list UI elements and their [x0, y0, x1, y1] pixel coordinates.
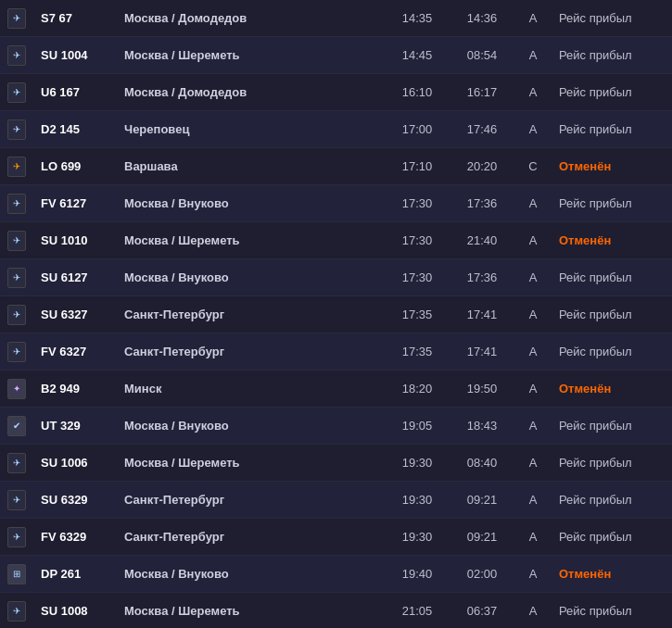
airline-logo: ✈ — [7, 342, 26, 362]
destination: Москва / Внуково — [117, 259, 385, 295]
destination: Москва / Внуково — [117, 408, 385, 444]
destination: Москва / Шереметь — [117, 445, 385, 481]
destination: Санкт-Петербург — [117, 333, 385, 370]
status: Рейс прибыл — [552, 519, 672, 555]
flight-number: SU 1010 — [33, 222, 117, 258]
terminal: A — [514, 185, 552, 221]
status: Рейс прибыл — [552, 296, 672, 333]
terminal: A — [514, 296, 552, 333]
flight-number: SU 1008 — [33, 593, 117, 628]
airline-icon: ✈ — [0, 185, 33, 221]
table-row[interactable]: ✈ SU 1006 Москва / Шереметь 19:30 08:40 … — [0, 445, 672, 482]
airline-logo: ✈ — [7, 231, 26, 251]
flight-number: S7 67 — [33, 0, 117, 36]
airline-logo: ⊞ — [7, 564, 26, 584]
airline-icon: ✈ — [0, 148, 33, 184]
actual-time: 08:54 — [450, 37, 514, 73]
table-row[interactable]: ⊞ DP 261 Москва / Внуково 19:40 02:00 A … — [0, 556, 672, 593]
actual-time: 17:36 — [450, 259, 514, 295]
destination: Москва / Шереметь — [117, 222, 385, 258]
airline-logo: ✈ — [7, 45, 26, 66]
terminal: A — [514, 519, 552, 555]
table-row[interactable]: ✈ SU 1010 Москва / Шереметь 17:30 21:40 … — [0, 222, 672, 259]
table-row[interactable]: ✔ UT 329 Москва / Внуково 19:05 18:43 A … — [0, 408, 672, 445]
destination: Москва / Шереметь — [117, 593, 385, 628]
actual-time: 08:40 — [450, 445, 514, 481]
airline-logo: ✈ — [7, 119, 26, 140]
airline-icon: ⊞ — [0, 556, 33, 592]
scheduled-time: 17:10 — [385, 148, 450, 184]
scheduled-time: 17:35 — [385, 296, 450, 333]
table-row[interactable]: ✈ SU 6127 Москва / Внуково 17:30 17:36 A… — [0, 259, 672, 296]
airline-icon: ✈ — [0, 519, 33, 555]
actual-time: 17:41 — [450, 333, 514, 370]
table-row[interactable]: ✈ SU 1008 Москва / Шереметь 21:05 06:37 … — [0, 593, 672, 628]
terminal: A — [514, 74, 552, 110]
scheduled-time: 18:20 — [385, 371, 450, 407]
status: Рейс прибыл — [552, 74, 672, 110]
terminal: A — [514, 222, 552, 258]
airline-icon: ✈ — [0, 445, 33, 481]
table-row[interactable]: ✈ SU 1004 Москва / Шереметь 14:45 08:54 … — [0, 37, 672, 74]
destination: Москва / Шереметь — [117, 37, 385, 73]
actual-time: 09:21 — [450, 519, 514, 555]
scheduled-time: 14:45 — [385, 37, 450, 73]
actual-time: 06:37 — [450, 593, 514, 628]
airline-icon: ✈ — [0, 74, 33, 110]
table-row[interactable]: ✈ SU 6327 Санкт-Петербург 17:35 17:41 A … — [0, 296, 672, 333]
table-row[interactable]: ✈ U6 167 Москва / Домодедов 16:10 16:17 … — [0, 74, 672, 111]
scheduled-time: 19:30 — [385, 519, 450, 555]
airline-icon: ✈ — [0, 333, 33, 370]
destination: Череповец — [117, 111, 385, 147]
terminal: A — [514, 111, 552, 147]
destination: Санкт-Петербург — [117, 296, 385, 333]
airline-icon: ✈ — [0, 593, 33, 628]
status: Отменён — [552, 556, 672, 592]
table-row[interactable]: ✈ D2 145 Череповец 17:00 17:46 A Рейс пр… — [0, 111, 672, 148]
airline-icon: ✈ — [0, 296, 33, 333]
flight-number: SU 6327 — [33, 296, 117, 333]
terminal: A — [514, 482, 552, 518]
scheduled-time: 19:30 — [385, 482, 450, 518]
actual-time: 20:20 — [450, 148, 514, 184]
scheduled-time: 17:30 — [385, 259, 450, 295]
status: Рейс прибыл — [552, 259, 672, 295]
actual-time: 19:50 — [450, 371, 514, 407]
destination: Варшава — [117, 148, 385, 184]
terminal: A — [514, 556, 552, 592]
table-row[interactable]: ✈ LO 699 Варшава 17:10 20:20 C Отменён — [0, 148, 672, 185]
flight-number: LO 699 — [33, 148, 117, 184]
airline-logo: ✦ — [7, 379, 26, 399]
flight-number: DP 261 — [33, 556, 117, 592]
actual-time: 09:21 — [450, 482, 514, 518]
scheduled-time: 16:10 — [385, 74, 450, 110]
status: Рейс прибыл — [552, 482, 672, 518]
scheduled-time: 17:00 — [385, 111, 450, 147]
actual-time: 18:43 — [450, 408, 514, 444]
terminal: A — [514, 0, 552, 36]
airline-icon: ✈ — [0, 111, 33, 147]
destination: Минск — [117, 371, 385, 407]
flight-number: SU 1006 — [33, 445, 117, 481]
table-row[interactable]: ✈ FV 6127 Москва / Внуково 17:30 17:36 A… — [0, 185, 672, 222]
flight-number: SU 1004 — [33, 37, 117, 73]
table-row[interactable]: ✈ S7 67 Москва / Домодедов 14:35 14:36 A… — [0, 0, 672, 37]
table-row[interactable]: ✈ FV 6327 Санкт-Петербург 17:35 17:41 A … — [0, 333, 672, 371]
airline-logo: ✈ — [7, 268, 26, 288]
airline-icon: ✔ — [0, 408, 33, 444]
airline-icon: ✈ — [0, 37, 33, 73]
table-row[interactable]: ✈ SU 6329 Санкт-Петербург 19:30 09:21 A … — [0, 482, 672, 519]
actual-time: 16:17 — [450, 74, 514, 110]
airline-icon: ✈ — [0, 0, 33, 36]
terminal: A — [514, 37, 552, 73]
destination: Санкт-Петербург — [117, 519, 385, 555]
airline-icon: ✦ — [0, 371, 33, 407]
table-row[interactable]: ✦ B2 949 Минск 18:20 19:50 A Отменён — [0, 371, 672, 408]
terminal: A — [514, 259, 552, 295]
scheduled-time: 19:05 — [385, 408, 450, 444]
terminal: A — [514, 445, 552, 481]
airline-logo: ✈ — [7, 490, 26, 510]
flight-number: FV 6127 — [33, 185, 117, 221]
destination: Москва / Домодедов — [117, 74, 385, 110]
table-row[interactable]: ✈ FV 6329 Санкт-Петербург 19:30 09:21 A … — [0, 519, 672, 556]
